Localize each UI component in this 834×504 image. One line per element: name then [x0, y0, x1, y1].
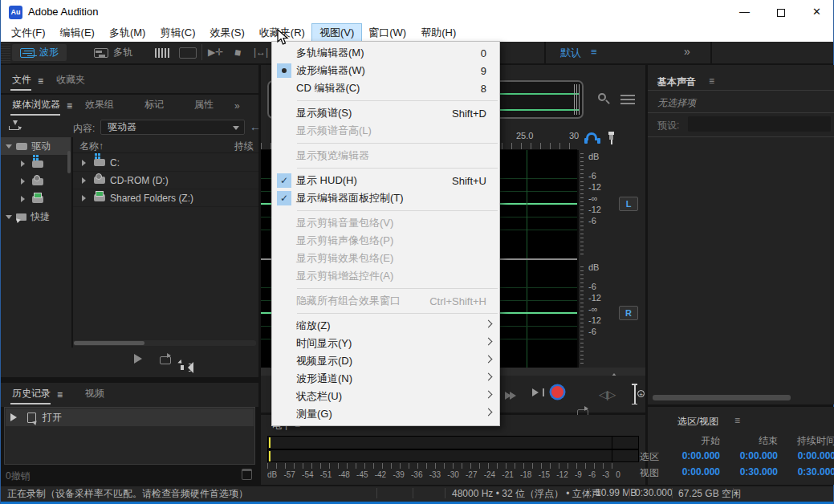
maximize-icon: [777, 9, 785, 17]
view-start[interactable]: 0:00.000: [659, 466, 720, 480]
menu-item-show-hud[interactable]: ✓ 显示 HUD(H)Shift+U: [272, 172, 499, 189]
menu-item-show-preview-editor: 显示预览编辑器: [272, 147, 499, 165]
vertical-zoom-icon[interactable]: +: [633, 384, 645, 404]
menu-separator: [297, 168, 498, 169]
tab-files[interactable]: 文件: [10, 73, 43, 93]
level-meters: [267, 436, 639, 462]
waveform-view-button[interactable]: 波形: [12, 44, 67, 61]
back-arrow-icon[interactable]: ←: [250, 120, 261, 133]
fast-forward-button[interactable]: [505, 388, 520, 403]
chevron-collapsed-icon[interactable]: [21, 161, 28, 167]
panel-overflow-icon[interactable]: »: [684, 45, 689, 58]
zoom-out-full-icon[interactable]: [595, 91, 612, 108]
menu-item-waveform-editor[interactable]: 波形编辑器(W)9: [272, 62, 499, 79]
skip-selection-button[interactable]: ◁|▷: [599, 388, 615, 400]
headphone-monitor-icon[interactable]: [584, 131, 600, 146]
tab-overflow-icon[interactable]: »: [233, 100, 250, 118]
preview-play-icon[interactable]: [134, 354, 147, 364]
spectral-display-icon[interactable]: [155, 48, 171, 58]
menu-item-metering[interactable]: 测量(G): [272, 405, 499, 423]
spectral-pitch-icon[interactable]: [179, 47, 197, 59]
menu-effects[interactable]: 效果(S): [203, 24, 252, 42]
chevron-expanded-icon[interactable]: [6, 215, 12, 222]
history-entry-open[interactable]: 打开: [6, 408, 254, 426]
tab-media-browser[interactable]: 媒体浏览器: [10, 98, 71, 118]
tree-item-drives[interactable]: 驱动: [1, 137, 71, 155]
left-channel-button[interactable]: L: [619, 197, 638, 211]
essential-sound-hscrollbar[interactable]: [651, 394, 832, 401]
tree-item-cdrom[interactable]: [1, 173, 71, 190]
workspace-selector[interactable]: 默认: [560, 46, 581, 60]
tab-effects-rack[interactable]: 效果组: [83, 98, 125, 118]
menu-item-cd-editor[interactable]: CD 编辑器(C)8: [272, 79, 499, 97]
cdrom-drive-icon: [94, 177, 105, 184]
menu-view[interactable]: 视图(V): [312, 24, 361, 42]
view-end[interactable]: 0:30.000: [720, 466, 778, 480]
selection-duration[interactable]: 0:00.000: [778, 450, 834, 464]
selection-view-menu-icon[interactable]: ≡: [734, 415, 740, 426]
preview-loop-icon[interactable]: [160, 356, 171, 364]
maximize-button[interactable]: [763, 0, 799, 24]
selection-end[interactable]: 0:00.000: [720, 450, 778, 464]
go-to-end-button[interactable]: [532, 388, 544, 396]
minimize-button[interactable]: —: [726, 0, 763, 24]
menu-window[interactable]: 窗口(W): [361, 24, 413, 42]
media-browser-hscrollbar[interactable]: [73, 340, 256, 346]
tree-item-shortcuts[interactable]: 快捷: [1, 208, 71, 226]
chevron-expanded-icon[interactable]: [6, 144, 12, 152]
menu-item-status-bar[interactable]: 状态栏(U): [272, 388, 499, 405]
essential-sound-menu-icon[interactable]: ≡: [709, 75, 714, 87]
multitrack-view-button[interactable]: 多轨: [86, 44, 140, 61]
chevron-collapsed-icon[interactable]: [21, 178, 28, 185]
selection-start[interactable]: 0:00.000: [659, 450, 720, 464]
menu-item-video-display[interactable]: 视频显示(D): [272, 352, 499, 370]
pin-icon[interactable]: [605, 131, 618, 146]
list-item-cdrom[interactable]: CD-ROM (D:): [73, 172, 258, 189]
list-item-c-drive[interactable]: C:: [73, 154, 258, 172]
menu-item-show-editor-panel-controls[interactable]: ✓ 显示编辑器面板控制(T): [272, 189, 499, 207]
view-duration[interactable]: 0:30.000: [778, 466, 834, 480]
duration-column-header[interactable]: 持续: [234, 140, 254, 153]
tab-properties[interactable]: 属性: [193, 98, 225, 118]
list-item-shared[interactable]: Shared Folders (Z:): [73, 189, 258, 207]
chevron-collapsed-icon[interactable]: [21, 196, 28, 202]
navigator-handle[interactable]: [574, 84, 580, 115]
navigator-menu-icon[interactable]: [620, 93, 635, 104]
chevron-collapsed-icon[interactable]: [82, 160, 89, 166]
tree-item-c-drive[interactable]: [1, 155, 71, 173]
slip-tool-icon[interactable]: |↔|: [254, 47, 268, 58]
menu-item-show-spectral[interactable]: 显示频谱(S)Shift+D: [272, 104, 499, 122]
workspace-menu-icon[interactable]: ≡: [591, 46, 597, 58]
close-button[interactable]: ✕: [799, 0, 834, 24]
menu-item-waveform-channels[interactable]: 波形通道(N): [272, 370, 499, 388]
drive-list-header[interactable]: 名称↑ 持续: [73, 137, 258, 153]
trash-icon[interactable]: [242, 469, 252, 480]
menu-multitrack[interactable]: 多轨(M): [102, 24, 153, 42]
menu-item-zoom[interactable]: 缩放(Z): [272, 317, 499, 335]
preview-volume-icon[interactable]: [181, 362, 193, 373]
menu-edit[interactable]: 编辑(E): [53, 24, 102, 42]
move-tool-icon[interactable]: ▶✛: [208, 47, 223, 58]
menu-help[interactable]: 帮助(H): [413, 24, 463, 42]
chevron-collapsed-icon[interactable]: [82, 177, 89, 184]
tree-scrollbar[interactable]: [67, 151, 71, 173]
tab-video[interactable]: 视频: [83, 387, 116, 407]
import-icon[interactable]: [9, 120, 22, 132]
tree-item-shared[interactable]: [1, 190, 71, 208]
chevron-collapsed-icon[interactable]: [82, 195, 89, 201]
preset-dropdown[interactable]: [688, 116, 831, 132]
tab-favorites[interactable]: 收藏夹: [55, 73, 96, 93]
menu-clip[interactable]: 剪辑(C): [153, 24, 202, 42]
selection-view-title[interactable]: 选区/视图: [677, 415, 718, 429]
toolbar-grip[interactable]: [1, 42, 10, 63]
recording-status-message: 正在录制（设备采样率不匹配。请检查音频硬件首选项）: [7, 487, 248, 501]
tab-markers[interactable]: 标记: [143, 98, 175, 118]
menu-file[interactable]: 文件(F): [4, 24, 53, 42]
menu-item-time-display[interactable]: 时间显示(Y): [272, 335, 499, 352]
essential-sound-title[interactable]: 基本声音: [657, 75, 696, 89]
menu-item-multitrack-editor[interactable]: 多轨编辑器(M)0: [272, 44, 499, 62]
record-button[interactable]: [551, 386, 563, 398]
tab-history[interactable]: 历史记录: [10, 387, 62, 407]
right-channel-button[interactable]: R: [619, 306, 638, 320]
content-dropdown[interactable]: 驱动器: [100, 120, 245, 135]
